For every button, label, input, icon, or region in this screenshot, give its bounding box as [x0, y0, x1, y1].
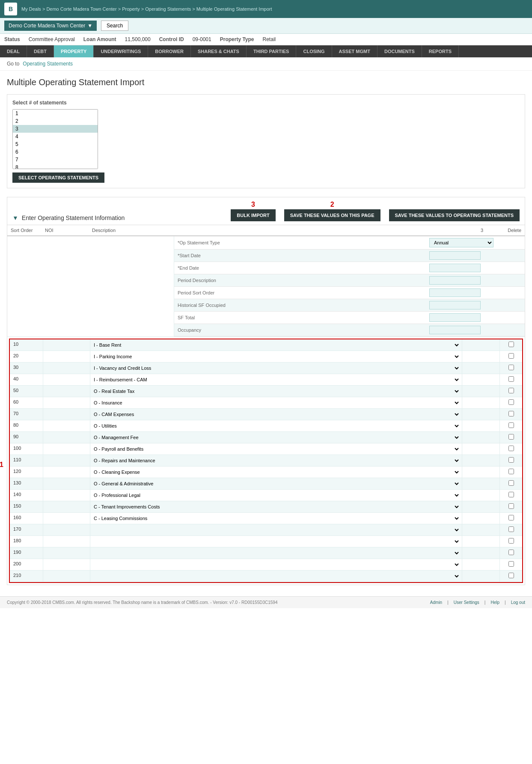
desc-select[interactable]: O - Utilities I - Base Rent I - Parking …: [92, 423, 460, 429]
tab-underwritings[interactable]: UNDERWRITINGS: [94, 45, 148, 57]
desc-select[interactable]: O - General & Administrative I - Base Re…: [92, 481, 460, 487]
period-description-input[interactable]: [429, 276, 481, 285]
row-checkbox[interactable]: [508, 388, 514, 393]
desc-select[interactable]: I - Base Rent I - Parking Income I - Vac…: [92, 538, 460, 544]
select-operating-statements-button[interactable]: SELECT OPERATING STATEMENTS: [12, 172, 104, 183]
value-input[interactable]: [465, 365, 497, 370]
desc-select[interactable]: I - Base Rent I - Base Rent I - Parking …: [92, 342, 460, 348]
value-input[interactable]: [465, 504, 497, 509]
desc-select[interactable]: O - Real Estate Tax I - Base Rent I - Pa…: [92, 388, 460, 394]
noi-input[interactable]: [46, 400, 87, 405]
help-link[interactable]: Help: [490, 600, 499, 605]
value-input[interactable]: [465, 492, 497, 497]
value-input[interactable]: [465, 469, 497, 474]
noi-input[interactable]: [46, 365, 87, 370]
noi-input[interactable]: [46, 515, 87, 520]
value-input[interactable]: [465, 411, 497, 416]
noi-input[interactable]: [46, 446, 87, 451]
desc-select[interactable]: C - Leasing Commissions I - Base Rent I …: [92, 515, 460, 521]
tab-reports[interactable]: REPORTS: [422, 45, 459, 57]
row-checkbox[interactable]: [508, 376, 514, 382]
value-input[interactable]: [465, 527, 497, 532]
bulk-import-button[interactable]: BULK IMPORT: [231, 209, 275, 221]
row-checkbox[interactable]: [508, 503, 514, 509]
noi-input[interactable]: [46, 342, 87, 347]
save-page-button[interactable]: SAVE THESE VALUES ON THIS PAGE: [284, 209, 380, 221]
noi-input[interactable]: [46, 423, 87, 428]
desc-select[interactable]: O - Insurance I - Base Rent I - Parking …: [92, 400, 460, 406]
value-input[interactable]: [465, 446, 497, 451]
user-settings-link[interactable]: User Settings: [454, 600, 479, 605]
noi-input[interactable]: [46, 377, 87, 382]
noi-input[interactable]: [46, 411, 87, 416]
value-input[interactable]: [465, 458, 497, 463]
noi-input[interactable]: [46, 492, 87, 497]
sf-total-input[interactable]: [429, 313, 481, 322]
value-input[interactable]: [465, 342, 497, 347]
desc-select[interactable]: I - Vacancy and Credit Loss I - Base Ren…: [92, 365, 460, 371]
desc-select[interactable]: O - Repairs and Maintenance I - Base Ren…: [92, 458, 460, 464]
row-checkbox[interactable]: [508, 480, 514, 486]
noi-input[interactable]: [46, 527, 87, 532]
desc-select[interactable]: I - Base Rent I - Parking Income I - Vac…: [92, 550, 460, 556]
tab-property[interactable]: PROPERTY: [54, 45, 94, 57]
row-checkbox[interactable]: [508, 457, 514, 463]
noi-input[interactable]: [46, 458, 87, 463]
row-checkbox[interactable]: [508, 365, 514, 370]
noi-input[interactable]: [46, 434, 87, 440]
value-input[interactable]: [465, 573, 497, 578]
desc-select[interactable]: O - Payroll and Benefits I - Base Rent I…: [92, 446, 460, 452]
row-checkbox[interactable]: [508, 492, 514, 497]
start-date-input[interactable]: [429, 251, 481, 260]
log-out-link[interactable]: Log out: [511, 600, 525, 605]
value-input[interactable]: [465, 423, 497, 428]
tab-shares-chats[interactable]: SHARES & CHATS: [191, 45, 247, 57]
tab-deal[interactable]: DEAL: [0, 45, 27, 57]
save-os-button[interactable]: SAVE THESE VALUES TO OPERATING STATEMENT…: [389, 209, 520, 221]
statements-count-select[interactable]: 1 2 3 4 5 6 7 8 9: [12, 109, 98, 169]
value-input[interactable]: [465, 434, 497, 440]
tab-closing[interactable]: CLOSING: [296, 45, 332, 57]
noi-input[interactable]: [46, 504, 87, 509]
end-date-input[interactable]: [429, 264, 481, 272]
noi-input[interactable]: [46, 573, 87, 578]
historical-sf-occupied-input[interactable]: [429, 301, 481, 309]
deal-selector[interactable]: Demo Corte Madera Town Center ▼: [4, 21, 97, 31]
row-checkbox[interactable]: [508, 526, 514, 532]
row-checkbox[interactable]: [508, 550, 514, 555]
value-input[interactable]: [465, 354, 497, 359]
tab-debt[interactable]: DEBT: [27, 45, 54, 57]
value-input[interactable]: [465, 550, 497, 555]
row-checkbox[interactable]: [508, 538, 514, 544]
value-input[interactable]: [465, 562, 497, 567]
row-checkbox[interactable]: [508, 411, 514, 416]
collapse-arrow-icon[interactable]: ▼: [12, 214, 18, 221]
desc-select[interactable]: I - Parking Income I - Base Rent I - Par…: [92, 354, 460, 360]
row-checkbox[interactable]: [508, 399, 514, 405]
noi-input[interactable]: [46, 469, 87, 474]
row-checkbox[interactable]: [508, 515, 514, 520]
operating-statements-link[interactable]: Operating Statements: [23, 61, 73, 67]
noi-input[interactable]: [46, 354, 87, 359]
row-checkbox[interactable]: [508, 342, 514, 347]
value-input[interactable]: [465, 538, 497, 544]
desc-select[interactable]: I - Base Rent I - Parking Income I - Vac…: [92, 562, 460, 568]
row-checkbox[interactable]: [508, 353, 514, 359]
desc-select[interactable]: O - Cleaning Expense I - Base Rent I - P…: [92, 469, 460, 475]
desc-select[interactable]: I - Base Rent I - Parking Income I - Vac…: [92, 573, 460, 579]
noi-input[interactable]: [46, 562, 87, 567]
op-statement-type-select[interactable]: Annual Monthly Quarterly: [429, 238, 493, 247]
noi-input[interactable]: [46, 481, 87, 486]
admin-link[interactable]: Admin: [430, 600, 442, 605]
period-sort-order-input[interactable]: [429, 288, 481, 297]
value-input[interactable]: [465, 515, 497, 520]
value-input[interactable]: [465, 377, 497, 382]
search-button[interactable]: Search: [101, 21, 128, 31]
desc-select[interactable]: I - Reimbursement - CAM I - Base Rent I …: [92, 377, 460, 383]
row-checkbox[interactable]: [508, 446, 514, 451]
tab-borrower[interactable]: BORROWER: [148, 45, 191, 57]
row-checkbox[interactable]: [508, 434, 514, 440]
occupancy-input[interactable]: [429, 326, 481, 334]
value-input[interactable]: [465, 400, 497, 405]
desc-select[interactable]: O - Management Fee I - Base Rent I - Par…: [92, 434, 460, 440]
